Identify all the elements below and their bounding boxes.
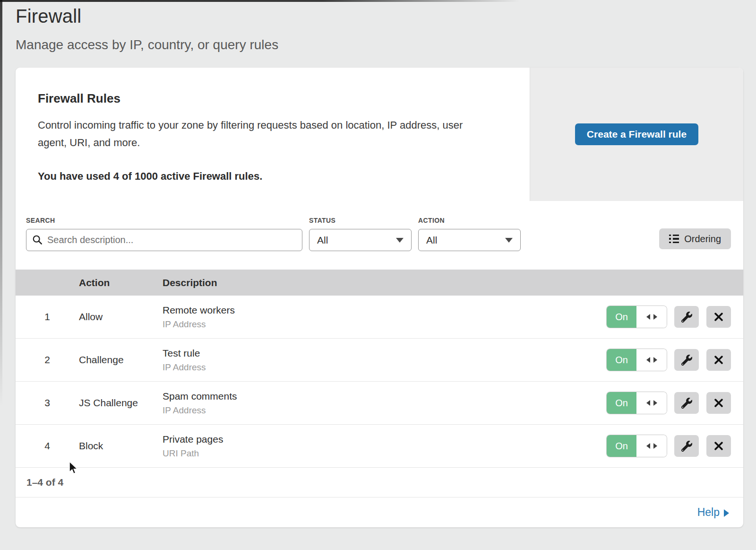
triangle-right-icon (653, 400, 657, 406)
rule-match-type: IP Address (163, 405, 607, 416)
triangle-right-icon (724, 509, 729, 517)
rule-priority: 1 (16, 311, 79, 323)
rule-controls: On (607, 435, 731, 457)
help-link-label: Help (697, 506, 720, 519)
edit-rule-button[interactable] (674, 435, 699, 457)
table-header: Action Description (16, 270, 743, 296)
rule-enabled-toggle[interactable]: On (607, 349, 667, 371)
section-description: Control incoming traffic to your zone by… (38, 116, 487, 151)
rule-match-type: IP Address (163, 319, 607, 330)
create-rule-panel: Create a Firewall rule (530, 68, 743, 201)
rule-match-type: URI Path (163, 448, 607, 459)
help-link[interactable]: Help (697, 506, 729, 519)
rule-priority: 4 (16, 440, 79, 452)
chevron-down-icon (396, 238, 404, 243)
rule-priority: 3 (16, 397, 79, 409)
rule-description: Spam comments (163, 391, 607, 402)
pagination-range: 1–4 of 4 (26, 477, 63, 488)
ordering-button[interactable]: Ordering (659, 228, 731, 249)
rule-priority: 2 (16, 354, 79, 366)
search-icon (32, 235, 43, 245)
delete-rule-button[interactable] (706, 392, 731, 414)
search-label: SEARCH (26, 217, 302, 224)
rule-enabled-toggle[interactable]: On (607, 435, 667, 457)
toggle-handle[interactable] (636, 392, 667, 414)
toggle-state-label: On (607, 392, 636, 414)
close-icon (713, 441, 724, 451)
screenshot-edge-top (0, 0, 520, 2)
status-select-value: All (317, 235, 328, 246)
section-heading: Firewall Rules (38, 91, 511, 106)
toggle-handle[interactable] (636, 306, 667, 328)
toggle-state-label: On (607, 435, 636, 457)
overview-section: Firewall Rules Control incoming traffic … (16, 68, 743, 201)
usage-summary: You have used 4 of 1000 active Firewall … (38, 170, 511, 183)
table-row: 4 Block Private pages URI Path On (16, 425, 743, 468)
delete-rule-button[interactable] (706, 349, 731, 371)
triangle-left-icon (646, 400, 650, 406)
chevron-down-icon (505, 238, 513, 243)
triangle-left-icon (646, 443, 650, 449)
table-row: 3 JS Challenge Spam comments IP Address … (16, 382, 743, 425)
rule-description: Private pages (163, 434, 607, 445)
rule-match-type: IP Address (163, 362, 607, 373)
close-icon (713, 312, 724, 322)
page-header: Firewall Manage access by IP, country, o… (0, 0, 756, 52)
wrench-icon (681, 441, 692, 452)
action-select[interactable]: All (418, 229, 521, 251)
create-firewall-rule-button[interactable]: Create a Firewall rule (575, 123, 698, 145)
ordered-list-icon (669, 235, 679, 244)
status-select[interactable]: All (309, 229, 412, 251)
card-footer: Help (16, 498, 743, 527)
edit-rule-button[interactable] (674, 392, 699, 414)
rule-action: Block (79, 440, 163, 452)
rule-description: Remote workers (163, 305, 607, 316)
delete-rule-button[interactable] (706, 306, 731, 328)
rule-controls: On (607, 349, 731, 371)
pagination-bar: 1–4 of 4 (16, 468, 743, 498)
edit-rule-button[interactable] (674, 306, 699, 328)
toggle-handle[interactable] (636, 435, 667, 457)
wrench-icon (681, 312, 692, 323)
rule-action: Allow (79, 311, 163, 323)
toggle-handle[interactable] (636, 349, 667, 371)
triangle-left-icon (646, 357, 650, 363)
rule-action: JS Challenge (79, 397, 163, 409)
firewall-rules-card: Firewall Rules Control incoming traffic … (16, 68, 743, 527)
overview-text: Firewall Rules Control incoming traffic … (16, 68, 530, 201)
rule-enabled-toggle[interactable]: On (607, 306, 667, 328)
action-column-header: Action (79, 277, 163, 288)
triangle-right-icon (653, 443, 657, 449)
filters-bar: SEARCH STATUS All ACTION All (16, 201, 743, 270)
status-filter: STATUS All (309, 217, 412, 251)
action-select-value: All (426, 235, 437, 246)
toggle-state-label: On (607, 306, 636, 328)
table-row: 2 Challenge Test rule IP Address On (16, 339, 743, 382)
search-filter: SEARCH (26, 217, 302, 251)
rule-enabled-toggle[interactable]: On (607, 392, 667, 414)
close-icon (713, 355, 724, 365)
rule-action: Challenge (79, 354, 163, 366)
action-label: ACTION (418, 217, 521, 224)
rule-description: Test rule (163, 348, 607, 359)
delete-rule-button[interactable] (706, 435, 731, 457)
screenshot-edge-left (0, 0, 2, 407)
ordering-button-label: Ordering (684, 234, 721, 244)
status-label: STATUS (309, 217, 412, 224)
wrench-icon (681, 398, 692, 409)
triangle-right-icon (653, 314, 657, 320)
rule-controls: On (607, 306, 731, 328)
close-icon (713, 398, 724, 408)
description-column-header: Description (163, 277, 743, 288)
triangle-left-icon (646, 314, 650, 320)
edit-rule-button[interactable] (674, 349, 699, 371)
rule-controls: On (607, 392, 731, 414)
search-input[interactable] (26, 229, 302, 251)
toggle-state-label: On (607, 349, 636, 371)
action-filter: ACTION All (418, 217, 521, 251)
page-subtitle: Manage access by IP, country, or query r… (16, 37, 756, 52)
page-title: Firewall (16, 6, 756, 27)
wrench-icon (681, 355, 692, 366)
triangle-right-icon (653, 357, 657, 363)
table-row: 1 Allow Remote workers IP Address On (16, 296, 743, 339)
